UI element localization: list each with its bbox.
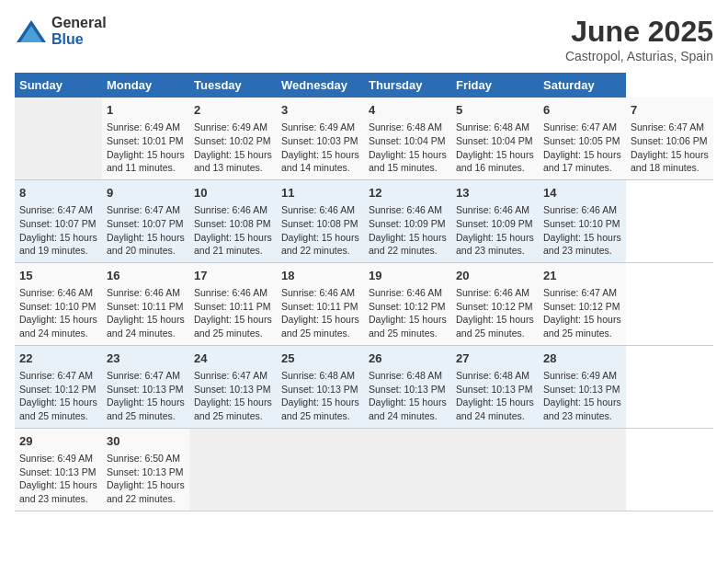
week-row-1: 1Sunrise: 6:49 AMSunset: 10:01 PMDayligh… — [15, 98, 713, 179]
sunset-text: Sunset: 10:11 PM — [281, 301, 358, 312]
sunrise-text: Sunrise: 6:48 AM — [369, 370, 442, 381]
daylight-text: Daylight: 15 hours and 16 minutes. — [456, 149, 534, 174]
sunset-text: Sunset: 10:13 PM — [107, 384, 183, 395]
daylight-text: Daylight: 15 hours and 25 minutes. — [369, 314, 447, 339]
day-cell — [15, 98, 102, 179]
week-row-3: 15Sunrise: 6:46 AMSunset: 10:10 PMDaylig… — [15, 262, 713, 345]
daylight-text: Daylight: 15 hours and 22 minutes. — [281, 232, 359, 257]
sunrise-text: Sunrise: 6:48 AM — [281, 370, 355, 381]
sunset-text: Sunset: 10:13 PM — [281, 384, 358, 395]
day-cell: 2Sunrise: 6:49 AMSunset: 10:02 PMDayligh… — [189, 98, 277, 179]
title-area: June 2025 Castropol, Asturias, Spain — [565, 15, 713, 63]
logo: General Blue — [15, 15, 107, 48]
day-cell: 4Sunrise: 6:48 AMSunset: 10:04 PMDayligh… — [364, 98, 451, 179]
sunrise-text: Sunrise: 6:46 AM — [543, 204, 617, 215]
day-cell — [451, 428, 539, 511]
sunrise-text: Sunrise: 6:49 AM — [19, 453, 93, 464]
sunset-text: Sunset: 10:12 PM — [369, 301, 445, 312]
daylight-text: Daylight: 15 hours and 11 minutes. — [107, 149, 185, 174]
day-number: 24 — [194, 350, 272, 367]
calendar-subtitle: Castropol, Asturias, Spain — [565, 49, 713, 63]
day-number: 11 — [281, 185, 359, 201]
week-row-4: 22Sunrise: 6:47 AMSunset: 10:12 PMDaylig… — [15, 345, 713, 428]
day-cell: 25Sunrise: 6:48 AMSunset: 10:13 PMDaylig… — [277, 345, 364, 428]
sunset-text: Sunset: 10:02 PM — [194, 135, 270, 146]
sunset-text: Sunset: 10:12 PM — [543, 301, 620, 312]
daylight-text: Daylight: 15 hours and 18 minutes. — [631, 149, 709, 174]
sunrise-text: Sunrise: 6:47 AM — [19, 370, 93, 381]
sunset-text: Sunset: 10:13 PM — [543, 384, 620, 395]
day-number: 12 — [369, 185, 447, 201]
daylight-text: Daylight: 15 hours and 21 minutes. — [194, 232, 272, 257]
header-cell-tuesday: Tuesday — [189, 73, 277, 98]
day-cell: 11Sunrise: 6:46 AMSunset: 10:08 PMDaylig… — [277, 179, 364, 262]
day-cell: 22Sunrise: 6:47 AMSunset: 10:12 PMDaylig… — [15, 345, 102, 428]
day-cell: 13Sunrise: 6:46 AMSunset: 10:09 PMDaylig… — [451, 179, 539, 262]
header-cell-monday: Monday — [102, 73, 189, 98]
day-cell: 18Sunrise: 6:46 AMSunset: 10:11 PMDaylig… — [277, 262, 364, 345]
sunset-text: Sunset: 10:11 PM — [107, 301, 183, 312]
sunrise-text: Sunrise: 6:47 AM — [631, 121, 704, 132]
daylight-text: Daylight: 15 hours and 22 minutes. — [369, 232, 447, 257]
header-cell-thursday: Thursday — [364, 73, 451, 98]
sunrise-text: Sunrise: 6:49 AM — [281, 121, 355, 132]
sunset-text: Sunset: 10:01 PM — [107, 135, 183, 146]
daylight-text: Daylight: 15 hours and 22 minutes. — [107, 479, 185, 504]
day-number: 27 — [456, 350, 534, 367]
daylight-text: Daylight: 15 hours and 23 minutes. — [19, 479, 97, 504]
day-number: 6 — [543, 102, 621, 119]
sunrise-text: Sunrise: 6:46 AM — [281, 204, 355, 215]
logo-icon — [15, 18, 48, 44]
day-cell — [189, 428, 277, 511]
header: General Blue June 2025 Castropol, Asturi… — [15, 15, 713, 63]
day-cell — [364, 428, 451, 511]
day-number: 18 — [281, 268, 359, 284]
day-cell: 19Sunrise: 6:46 AMSunset: 10:12 PMDaylig… — [364, 262, 451, 345]
day-cell: 26Sunrise: 6:48 AMSunset: 10:13 PMDaylig… — [364, 345, 451, 428]
day-cell: 16Sunrise: 6:46 AMSunset: 10:11 PMDaylig… — [102, 262, 189, 345]
daylight-text: Daylight: 15 hours and 24 minutes. — [19, 314, 97, 339]
day-number: 19 — [369, 268, 447, 284]
sunset-text: Sunset: 10:13 PM — [194, 384, 270, 395]
sunset-text: Sunset: 10:09 PM — [369, 218, 445, 229]
logo-blue: Blue — [51, 31, 84, 47]
sunrise-text: Sunrise: 6:47 AM — [543, 121, 617, 132]
calendar-header: SundayMondayTuesdayWednesdayThursdayFrid… — [15, 73, 713, 98]
sunset-text: Sunset: 10:07 PM — [107, 218, 183, 229]
daylight-text: Daylight: 15 hours and 23 minutes. — [543, 396, 621, 421]
calendar-body: 1Sunrise: 6:49 AMSunset: 10:01 PMDayligh… — [15, 98, 713, 511]
daylight-text: Daylight: 15 hours and 24 minutes. — [456, 396, 534, 421]
sunset-text: Sunset: 10:08 PM — [194, 218, 270, 229]
day-cell: 20Sunrise: 6:46 AMSunset: 10:12 PMDaylig… — [451, 262, 539, 345]
day-cell: 17Sunrise: 6:46 AMSunset: 10:11 PMDaylig… — [189, 262, 277, 345]
day-number: 23 — [107, 350, 185, 367]
sunrise-text: Sunrise: 6:46 AM — [369, 204, 442, 215]
day-number: 16 — [107, 268, 185, 284]
day-number: 14 — [543, 185, 621, 201]
sunset-text: Sunset: 10:08 PM — [281, 218, 358, 229]
day-cell: 5Sunrise: 6:48 AMSunset: 10:04 PMDayligh… — [451, 98, 539, 179]
sunset-text: Sunset: 10:10 PM — [19, 301, 96, 312]
daylight-text: Daylight: 15 hours and 25 minutes. — [281, 314, 359, 339]
day-number: 1 — [107, 102, 185, 119]
day-cell: 23Sunrise: 6:47 AMSunset: 10:13 PMDaylig… — [102, 345, 189, 428]
day-number: 21 — [543, 268, 621, 284]
header-cell-friday: Friday — [451, 73, 539, 98]
day-cell: 7Sunrise: 6:47 AMSunset: 10:06 PMDayligh… — [626, 98, 713, 179]
calendar-title: June 2025 — [565, 15, 713, 49]
sunset-text: Sunset: 10:12 PM — [19, 384, 96, 395]
calendar-table: SundayMondayTuesdayWednesdayThursdayFrid… — [15, 73, 713, 511]
day-cell: 24Sunrise: 6:47 AMSunset: 10:13 PMDaylig… — [189, 345, 277, 428]
day-cell: 27Sunrise: 6:48 AMSunset: 10:13 PMDaylig… — [451, 345, 539, 428]
logo-general: General — [51, 15, 107, 30]
sunset-text: Sunset: 10:06 PM — [631, 135, 707, 146]
sunrise-text: Sunrise: 6:47 AM — [19, 204, 93, 215]
sunrise-text: Sunrise: 6:46 AM — [369, 287, 442, 298]
sunrise-text: Sunrise: 6:46 AM — [19, 287, 93, 298]
day-cell: 10Sunrise: 6:46 AMSunset: 10:08 PMDaylig… — [189, 179, 277, 262]
day-cell: 14Sunrise: 6:46 AMSunset: 10:10 PMDaylig… — [539, 179, 626, 262]
day-number: 3 — [281, 102, 359, 119]
day-number: 25 — [281, 350, 359, 367]
daylight-text: Daylight: 15 hours and 25 minutes. — [543, 314, 621, 339]
sunset-text: Sunset: 10:04 PM — [456, 135, 532, 146]
